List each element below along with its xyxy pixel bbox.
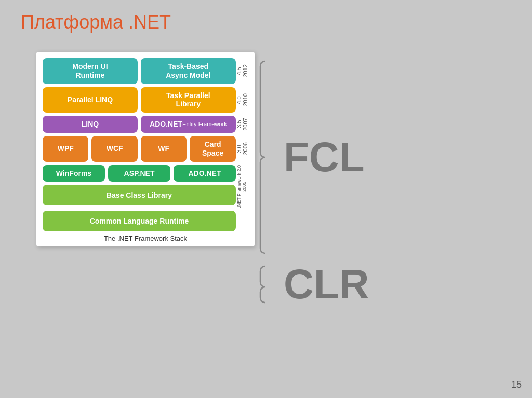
linq: LINQ (43, 116, 138, 133)
brace-section (258, 56, 273, 305)
clr-row-wrap: Common Language Runtime (43, 211, 248, 231)
page-number: 15 (511, 379, 522, 390)
winforms: WinForms (43, 165, 105, 182)
page-title: Платформа .NET (21, 11, 171, 33)
card-space: CardSpace (190, 136, 235, 162)
adonet-ef: ADO.NETEntity Framework (141, 116, 236, 133)
base-class-library: Base Class Library (43, 185, 236, 205)
task-based-async: Task-BasedAsync Model (141, 58, 236, 84)
fcl-brace-svg (258, 56, 273, 258)
adonet: ADO.NET (174, 165, 236, 182)
cells-45: Modern UIRuntime Task-BasedAsync Model (43, 58, 236, 84)
cells-35: LINQ ADO.NETEntity Framework (43, 116, 236, 133)
parallel-linq: Parallel LINQ (43, 87, 138, 113)
label-section: FCL CLR (278, 56, 369, 305)
clr-label-wrap: CLR (278, 264, 369, 305)
version-20: .NET Framework 2.02005 (236, 165, 248, 208)
row-30: WPF WCF WF CardSpace 3.02006 (43, 136, 248, 162)
row-40: Parallel LINQ Task ParallelLibrary 4.020… (43, 87, 248, 113)
aspnet: ASP.NET (108, 165, 170, 182)
diagram-container: Modern UIRuntime Task-BasedAsync Model 4… (36, 52, 255, 246)
clr-cell-wrap: Common Language Runtime (43, 211, 236, 231)
version-45: 4.52012 (236, 58, 248, 84)
diagram-caption: The .NET Framework Stack (43, 235, 248, 242)
task-parallel-library: Task ParallelLibrary (141, 87, 236, 113)
row-20-wrap: WinForms ASP.NET ADO.NET Base Class Libr… (43, 165, 248, 208)
right-side: FCL CLR (258, 56, 369, 305)
common-language-runtime: Common Language Runtime (43, 211, 236, 231)
modern-ui-runtime: Modern UIRuntime (43, 58, 138, 84)
wf: WF (141, 136, 187, 162)
fcl-label: FCL (284, 133, 365, 181)
row-35: LINQ ADO.NETEntity Framework 3.52007 (43, 116, 248, 133)
cells-40: Parallel LINQ Task ParallelLibrary (43, 87, 236, 113)
version-40: 4.02010 (236, 87, 248, 113)
version-clr-space (236, 211, 248, 231)
version-35: 3.52007 (236, 116, 248, 133)
version-30: 3.02006 (236, 136, 248, 162)
wcf: WCF (91, 136, 137, 162)
wpf: WPF (43, 136, 88, 162)
clr-brace-svg (258, 264, 273, 305)
cells-30: WPF WCF WF CardSpace (43, 136, 236, 162)
row-20-cells: WinForms ASP.NET ADO.NET Base Class Libr… (43, 165, 236, 208)
bcl-row: Base Class Library (43, 185, 236, 205)
fcl-label-wrap: FCL (278, 56, 369, 258)
cells-20-top: WinForms ASP.NET ADO.NET (43, 165, 236, 182)
row-45: Modern UIRuntime Task-BasedAsync Model 4… (43, 58, 248, 84)
clr-label: CLR (284, 260, 369, 308)
